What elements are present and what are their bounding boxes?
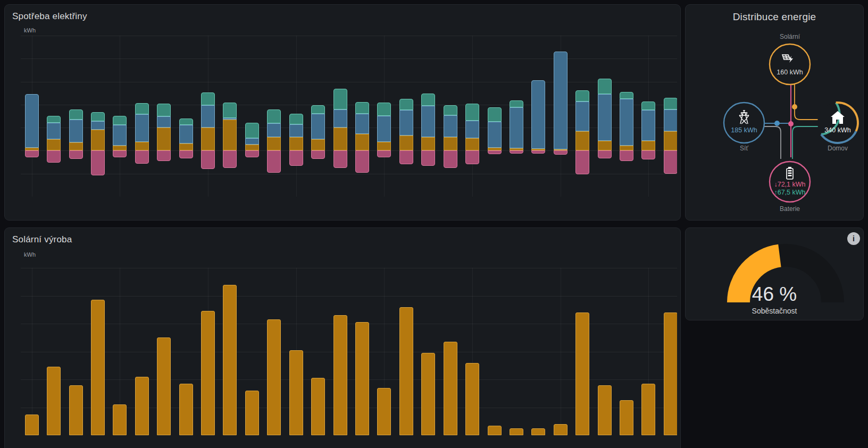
consumption-bar-blue-day5[interactable]: [113, 125, 127, 146]
consumption-bar-teal-day26[interactable]: [575, 90, 589, 102]
consumption-bar-orange-day20[interactable]: [444, 137, 457, 150]
solar-node-circle[interactable]: [770, 44, 810, 84]
consumption-bar-teal-day23[interactable]: [510, 100, 523, 107]
consumption-bar-pink-day11[interactable]: [245, 150, 259, 157]
consumption-bar-teal-day9[interactable]: [201, 92, 215, 105]
consumption-bar-blue-day20[interactable]: [444, 115, 457, 138]
consumption-bar-blue-day22[interactable]: [488, 122, 502, 148]
production-bar-day1[interactable]: [25, 415, 39, 435]
consumption-bar-blue-day6[interactable]: [135, 114, 149, 142]
grid-node-circle[interactable]: [724, 103, 764, 143]
production-bar-day24[interactable]: [531, 428, 545, 435]
consumption-bar-pink-day19[interactable]: [421, 150, 435, 166]
production-bar-day18[interactable]: [399, 307, 413, 436]
consumption-bar-pink-day13[interactable]: [289, 150, 303, 166]
consumption-bar-blue-day17[interactable]: [377, 116, 391, 142]
consumption-bar-pink-day12[interactable]: [267, 150, 281, 173]
production-bar-day20[interactable]: [444, 342, 457, 435]
consumption-bar-teal-day2[interactable]: [47, 116, 61, 123]
consumption-bar-orange-day17[interactable]: [377, 142, 391, 150]
consumption-bar-blue-day13[interactable]: [289, 124, 303, 137]
consumption-bar-orange-day26[interactable]: [575, 131, 589, 150]
production-bar-day6[interactable]: [135, 377, 149, 435]
consumption-bar-teal-day30[interactable]: [664, 98, 677, 109]
consumption-bar-teal-day22[interactable]: [488, 107, 502, 122]
production-bar-day19[interactable]: [421, 353, 435, 435]
consumption-bar-orange-day7[interactable]: [157, 128, 171, 150]
production-bar-day30[interactable]: [664, 312, 677, 435]
consumption-bar-pink-day17[interactable]: [377, 150, 391, 157]
consumption-bar-blue-day7[interactable]: [157, 116, 171, 128]
production-bar-day15[interactable]: [333, 315, 347, 435]
production-bar-day23[interactable]: [510, 428, 523, 435]
consumption-bar-blue-day9[interactable]: [201, 105, 215, 128]
production-bar-day26[interactable]: [575, 312, 589, 435]
consumption-bar-orange-day8[interactable]: [179, 143, 193, 150]
consumption-bar-pink-day3[interactable]: [69, 150, 83, 159]
consumption-bar-teal-day27[interactable]: [598, 79, 612, 94]
consumption-bar-blue-day19[interactable]: [421, 106, 435, 138]
consumption-bar-pink-day26[interactable]: [575, 150, 589, 174]
consumption-bar-teal-day18[interactable]: [399, 99, 413, 110]
consumption-bar-teal-day19[interactable]: [421, 94, 435, 106]
production-bar-day13[interactable]: [289, 350, 303, 435]
panel-consumption-title[interactable]: Spotřeba elektřiny: [12, 11, 87, 22]
production-bar-day28[interactable]: [620, 400, 633, 435]
consumption-bar-pink-day7[interactable]: [157, 150, 171, 161]
consumption-bar-orange-day2[interactable]: [47, 139, 61, 151]
consumption-bar-teal-day13[interactable]: [289, 114, 303, 124]
consumption-bar-blue-day1[interactable]: [25, 94, 39, 148]
consumption-bar-orange-day5[interactable]: [113, 146, 127, 151]
consumption-bar-teal-day15[interactable]: [333, 89, 347, 109]
production-bar-day5[interactable]: [113, 404, 127, 435]
production-bar-day29[interactable]: [641, 384, 655, 435]
consumption-bar-orange-day4[interactable]: [91, 130, 105, 151]
consumption-bar-blue-day28[interactable]: [620, 99, 633, 146]
consumption-bar-pink-day28[interactable]: [620, 150, 633, 161]
consumption-bar-pink-day5[interactable]: [113, 150, 127, 157]
consumption-bar-pink-day25[interactable]: [554, 150, 567, 155]
consumption-bar-orange-day13[interactable]: [289, 137, 303, 150]
consumption-bar-teal-day29[interactable]: [641, 102, 655, 110]
consumption-bar-pink-day23[interactable]: [510, 150, 523, 154]
consumption-bar-orange-day30[interactable]: [664, 131, 677, 150]
consumption-bar-blue-day15[interactable]: [333, 109, 347, 128]
consumption-bar-blue-day8[interactable]: [179, 125, 193, 143]
consumption-bar-blue-day29[interactable]: [641, 110, 655, 141]
consumption-bar-orange-day6[interactable]: [135, 142, 149, 150]
consumption-bar-orange-day28[interactable]: [620, 146, 633, 151]
consumption-bar-pink-day1[interactable]: [25, 150, 39, 157]
production-bar-day16[interactable]: [355, 322, 369, 435]
production-bar-day14[interactable]: [311, 378, 325, 435]
consumption-bar-blue-day26[interactable]: [575, 102, 589, 131]
consumption-bar-orange-day16[interactable]: [355, 134, 369, 150]
production-bar-day11[interactable]: [245, 391, 259, 435]
consumption-bar-orange-day14[interactable]: [311, 139, 325, 151]
consumption-bar-orange-day10[interactable]: [223, 120, 237, 150]
production-bar-day25[interactable]: [554, 424, 567, 435]
production-bar-day7[interactable]: [157, 337, 171, 435]
consumption-bar-teal-day28[interactable]: [620, 92, 633, 98]
consumption-bar-orange-day9[interactable]: [201, 128, 215, 150]
consumption-bar-orange-day29[interactable]: [641, 141, 655, 150]
consumption-bar-blue-day4[interactable]: [91, 121, 105, 130]
production-bar-day22[interactable]: [488, 426, 502, 435]
consumption-bar-pink-day27[interactable]: [598, 150, 612, 158]
consumption-bar-orange-day15[interactable]: [333, 128, 347, 150]
consumption-bar-pink-day24[interactable]: [531, 150, 545, 154]
consumption-bar-pink-day9[interactable]: [201, 150, 215, 169]
consumption-bar-blue-day30[interactable]: [664, 109, 677, 132]
consumption-bar-pink-day14[interactable]: [311, 150, 325, 159]
consumption-bar-pink-day4[interactable]: [91, 150, 105, 175]
production-bar-day21[interactable]: [465, 363, 479, 436]
consumption-bar-pink-day10[interactable]: [223, 150, 237, 168]
production-bar-day9[interactable]: [201, 311, 215, 435]
consumption-bar-teal-day4[interactable]: [91, 112, 105, 121]
consumption-bar-pink-day20[interactable]: [444, 150, 457, 168]
consumption-bar-orange-day19[interactable]: [421, 137, 435, 150]
production-bar-day8[interactable]: [179, 384, 193, 435]
consumption-bar-teal-day10[interactable]: [223, 103, 237, 118]
consumption-bar-pink-day18[interactable]: [399, 150, 413, 164]
consumption-bar-teal-day12[interactable]: [267, 109, 281, 124]
consumption-bar-pink-day8[interactable]: [179, 150, 193, 158]
